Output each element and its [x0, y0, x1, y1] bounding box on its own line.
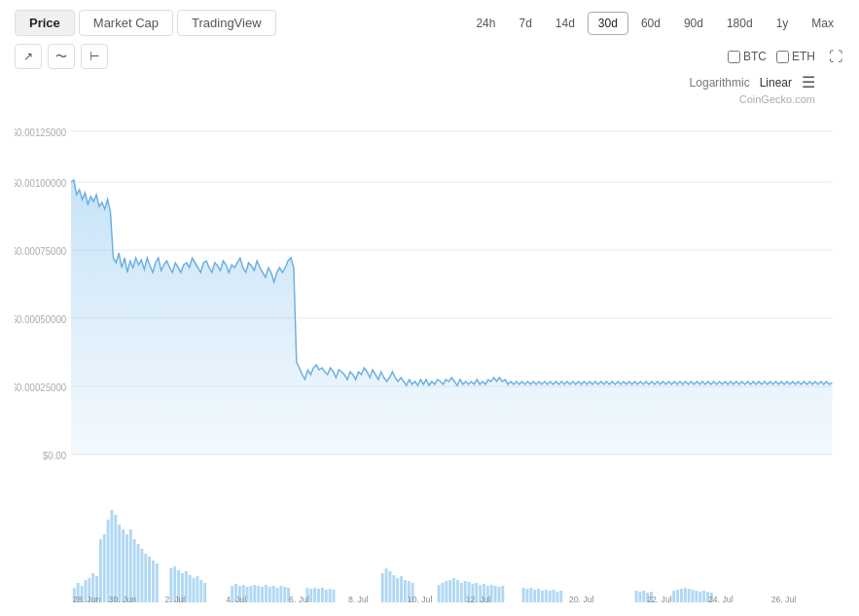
svg-rect-27: [129, 529, 132, 602]
time-14d[interactable]: 14d: [545, 12, 586, 35]
svg-rect-104: [553, 590, 555, 602]
svg-rect-112: [672, 591, 675, 602]
volume-chart-wrapper: 28. Jun 30. Jun 2. Jul 4. Jul 6. Jul 8. …: [15, 490, 844, 607]
time-group: 24h 7d 14d 30d 60d 90d 180d 1y Max: [465, 12, 844, 35]
svg-rect-120: [702, 591, 705, 602]
svg-rect-102: [545, 590, 548, 602]
svg-rect-23: [114, 515, 117, 602]
svg-rect-43: [199, 580, 202, 602]
svg-rect-114: [680, 589, 683, 602]
candlestick-chart-button[interactable]: ⊢: [81, 44, 108, 69]
time-90d[interactable]: 90d: [673, 12, 714, 35]
svg-rect-20: [103, 534, 106, 602]
svg-rect-50: [250, 586, 253, 602]
time-24h[interactable]: 24h: [465, 12, 506, 35]
chart-type-group: ↗ 〜 ⊢: [15, 44, 108, 69]
svg-rect-30: [140, 549, 143, 602]
scale-row: Logarithmic Linear ☰: [15, 73, 844, 91]
svg-rect-108: [638, 592, 641, 602]
chart-menu-icon[interactable]: ☰: [802, 73, 815, 91]
svg-rect-117: [692, 590, 695, 602]
svg-rect-51: [253, 585, 256, 602]
spline-chart-button[interactable]: 〜: [48, 44, 75, 69]
svg-rect-69: [381, 573, 384, 602]
price-chart: $0.00125000 $0.00100000 $0.00075000 $0.0…: [15, 107, 844, 487]
time-180d[interactable]: 180d: [716, 12, 764, 35]
svg-rect-75: [404, 580, 407, 602]
controls-row: ↗ 〜 ⊢ BTC ETH ⛶: [15, 44, 844, 69]
svg-rect-84: [460, 583, 463, 602]
logarithmic-scale[interactable]: Logarithmic: [690, 76, 750, 90]
svg-rect-34: [156, 563, 159, 602]
svg-rect-79: [442, 583, 445, 602]
svg-text:30. Jun: 30. Jun: [109, 595, 137, 604]
svg-text:$0.00025000: $0.00025000: [15, 382, 67, 393]
volume-chart: 28. Jun 30. Jun 2. Jul 4. Jul 6. Jul 8. …: [15, 490, 844, 607]
svg-rect-62: [309, 589, 312, 602]
tab-group: Price Market Cap TradingView: [15, 10, 276, 36]
svg-rect-107: [635, 591, 638, 602]
svg-rect-72: [392, 575, 395, 602]
svg-rect-21: [107, 520, 110, 602]
tab-price[interactable]: Price: [15, 10, 75, 36]
svg-rect-105: [555, 592, 558, 602]
svg-rect-78: [438, 585, 441, 602]
svg-text:12. Jul: 12. Jul: [466, 595, 491, 604]
linear-scale[interactable]: Linear: [760, 76, 792, 90]
candlestick-chart-icon: ⊢: [89, 50, 99, 63]
svg-text:$0.00: $0.00: [43, 451, 67, 461]
tab-market-cap[interactable]: Market Cap: [79, 10, 173, 36]
btc-checkbox[interactable]: [728, 51, 740, 63]
svg-rect-28: [133, 539, 136, 602]
line-chart-icon: ↗: [23, 50, 33, 63]
line-chart-button[interactable]: ↗: [15, 44, 42, 69]
time-max[interactable]: Max: [801, 12, 844, 35]
svg-rect-54: [265, 585, 268, 602]
svg-rect-101: [541, 591, 544, 602]
svg-text:22. Jul: 22. Jul: [647, 595, 672, 604]
eth-label: ETH: [792, 50, 815, 63]
svg-rect-19: [99, 539, 102, 602]
svg-rect-66: [325, 590, 328, 602]
svg-text:6. Jul: 6. Jul: [289, 595, 309, 604]
top-navigation: Price Market Cap TradingView 24h 7d 14d …: [15, 10, 844, 36]
svg-text:26. Jul: 26. Jul: [771, 595, 797, 604]
svg-rect-95: [501, 586, 504, 602]
svg-text:$0.00075000: $0.00075000: [15, 246, 67, 257]
svg-rect-74: [400, 576, 403, 602]
svg-rect-58: [279, 586, 282, 602]
svg-rect-65: [321, 588, 324, 602]
svg-rect-119: [698, 592, 701, 602]
svg-rect-44: [203, 583, 206, 602]
svg-text:20. Jul: 20. Jul: [569, 595, 594, 604]
svg-text:2. Jul: 2. Jul: [165, 595, 186, 604]
svg-text:28. Jun: 28. Jun: [73, 595, 101, 604]
main-container: Price Market Cap TradingView 24h 7d 14d …: [0, 0, 859, 616]
svg-rect-97: [526, 589, 529, 602]
svg-rect-41: [193, 578, 196, 602]
svg-rect-26: [125, 534, 128, 602]
svg-rect-52: [257, 586, 260, 602]
svg-text:$0.00125000: $0.00125000: [15, 127, 67, 138]
svg-rect-106: [559, 591, 562, 602]
time-30d[interactable]: 30d: [588, 12, 628, 35]
btc-checkbox-label[interactable]: BTC: [728, 50, 767, 63]
svg-rect-99: [533, 590, 536, 602]
svg-rect-59: [283, 587, 286, 602]
svg-rect-73: [396, 578, 399, 602]
svg-rect-70: [385, 568, 388, 602]
svg-rect-57: [276, 588, 279, 602]
fullscreen-icon: ⛶: [829, 49, 842, 64]
svg-rect-55: [268, 587, 271, 602]
eth-checkbox[interactable]: [776, 51, 789, 63]
fullscreen-button[interactable]: ⛶: [827, 47, 844, 66]
tab-trading-view[interactable]: TradingView: [177, 10, 276, 36]
time-7d[interactable]: 7d: [508, 12, 542, 35]
watermark: CoinGecko.com: [15, 93, 844, 105]
svg-text:$0.00100000: $0.00100000: [15, 178, 67, 189]
svg-rect-82: [452, 578, 455, 602]
eth-checkbox-label[interactable]: ETH: [776, 50, 815, 63]
svg-rect-118: [695, 591, 698, 602]
time-1y[interactable]: 1y: [766, 12, 800, 35]
time-60d[interactable]: 60d: [630, 12, 671, 35]
